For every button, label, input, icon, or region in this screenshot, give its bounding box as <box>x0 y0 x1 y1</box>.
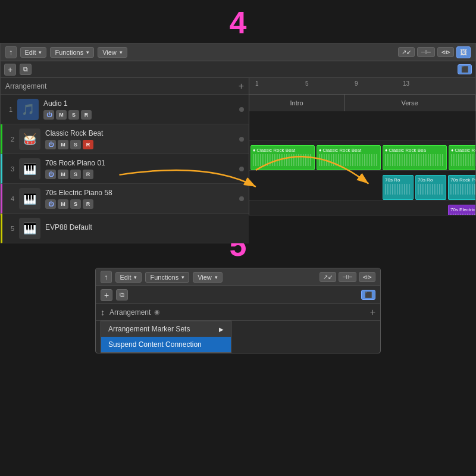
back-button[interactable]: ↑ <box>5 46 17 58</box>
track-dot-2 <box>239 137 244 142</box>
link-btn-5[interactable]: ↗↙ <box>320 272 336 282</box>
screen-btn-5[interactable]: ⬛ <box>361 290 375 300</box>
clip-2-4[interactable]: ♦ Classic Rock Beat <box>449 145 475 170</box>
functions-menu-4[interactable]: Functions ▾ <box>50 47 94 58</box>
view-chevron-5: ▾ <box>215 274 218 280</box>
arrangement-plus-4[interactable]: + <box>239 81 244 92</box>
clip-2-3[interactable]: ♦ Classic Rock Bea <box>383 145 447 170</box>
track-row-2: 2 🥁 Classic Rock Beat ⏻ M S R <box>1 124 249 154</box>
link-button[interactable]: ↗↙ <box>398 47 415 57</box>
edit-chevron: ▾ <box>39 49 42 55</box>
track-clips-2: ♦ Classic Rock Beat ♦ Classic Rock Beat … <box>249 141 475 171</box>
duplicate-button-5[interactable]: ⧉ <box>116 289 128 300</box>
marker-intro: Intro <box>249 95 345 111</box>
skip-button[interactable]: ⊣⊢ <box>417 47 435 57</box>
track-icon-5: 🎹 <box>19 218 40 239</box>
edit-menu[interactable]: Edit ▾ <box>20 47 47 58</box>
solo-btn-3[interactable]: S <box>70 170 81 179</box>
edit-label-5: Edit <box>120 274 131 281</box>
add-track-button-4[interactable]: + <box>4 64 16 76</box>
functions-label-4: Functions <box>55 49 83 56</box>
power-btn-4[interactable]: ⏻ <box>45 199 56 209</box>
track-row-3: 3 🎹 70s Rock Piano 01 ⏻ M S R <box>1 154 249 184</box>
toolbar-4: ↑ Edit ▾ Functions ▾ View ▾ ↗↙ ⊣⊢ ⊲⊳ 🖼 <box>1 43 475 61</box>
record-btn-4[interactable]: R <box>83 199 93 209</box>
track-dot-1 <box>239 107 244 112</box>
track-info-4: 70s Electric Piano 58 ⏻ M S R <box>45 189 234 209</box>
track-number-2: 2 <box>7 136 14 143</box>
track-number-1: 1 <box>5 106 12 113</box>
arrangement-circle-5: ◉ <box>154 308 160 316</box>
view-label-4: View <box>102 49 117 56</box>
track-name-5: EVP88 Default <box>45 223 244 231</box>
track-info-3: 70s Rock Piano 01 ⏻ M S R <box>45 159 234 179</box>
clip-3-3[interactable]: 70s Rock Piano <box>448 175 475 200</box>
verse-label: Verse <box>401 99 418 107</box>
track-info-5: EVP88 Default <box>45 223 244 234</box>
screen-btn-4[interactable]: ⬛ <box>458 64 472 74</box>
mute-btn-3[interactable]: M <box>58 170 68 179</box>
skip-btn-5[interactable]: ⊣⊢ <box>339 272 356 282</box>
dropdown-item-marker-sets[interactable]: Arrangement Marker Sets ▶ <box>101 321 231 337</box>
clip-3-2[interactable]: 70s Ro <box>415 175 446 200</box>
track-row-4: 4 🎹 70s Electric Piano 58 ⏻ M S R <box>1 184 249 214</box>
marker-sets-label: Arrangement Marker Sets <box>108 325 190 333</box>
clip-4-1[interactable]: 70s Electric Piano <box>448 205 475 215</box>
power-btn-3[interactable]: ⏻ <box>45 170 56 179</box>
view-menu-5[interactable]: View ▾ <box>193 272 223 283</box>
arrangement-plus-5[interactable]: + <box>370 307 375 318</box>
functions-menu-5[interactable]: Functions ▾ <box>145 272 189 283</box>
arrangement-row-5: ↕ Arrangement ◉ + <box>96 304 380 321</box>
tracks-right-4: 1 5 9 13 Intro Verse ♦ Classic Rock Beat <box>249 78 475 215</box>
intro-label: Intro <box>290 99 303 107</box>
solo-btn-1[interactable]: S <box>68 110 79 120</box>
track-dot-3 <box>239 167 244 171</box>
track-name-4: 70s Electric Piano 58 <box>45 189 234 197</box>
marker-verse: Verse <box>345 95 475 111</box>
track-icon-3: 🎹 <box>19 158 40 180</box>
mute-btn-1[interactable]: M <box>56 110 67 120</box>
clip-3-1[interactable]: 70s Ro <box>383 175 414 200</box>
record-btn-2[interactable]: R <box>83 140 93 149</box>
photo-button[interactable]: 🖼 <box>456 46 471 58</box>
power-btn-2[interactable]: ⏻ <box>45 140 56 149</box>
track-icon-1: 🎵 <box>17 99 39 120</box>
clip-2-1[interactable]: ♦ Classic Rock Beat <box>250 145 315 170</box>
ruler-mark-9: 9 <box>353 78 358 87</box>
power-btn-1[interactable]: ⏻ <box>43 110 54 120</box>
snap-button[interactable]: ⊲⊳ <box>437 47 454 57</box>
functions-chevron-4: ▾ <box>86 49 89 55</box>
track-icon-4: 🎹 <box>19 188 40 209</box>
dropdown-item-suspend[interactable]: Suspend Content Connection <box>101 337 231 352</box>
record-btn-1[interactable]: R <box>81 110 92 120</box>
functions-chevron-5: ▾ <box>181 274 184 280</box>
solo-btn-2[interactable]: S <box>70 140 81 149</box>
ruler-marks: 1 5 9 13 <box>249 78 475 94</box>
snap-btn-5[interactable]: ⊲⊳ <box>359 272 375 282</box>
mute-btn-4[interactable]: M <box>58 199 68 209</box>
track-name-2: Classic Rock Beat <box>45 129 234 137</box>
mute-btn-2[interactable]: M <box>58 140 68 149</box>
track-name-3: 70s Rock Piano 01 <box>45 159 234 167</box>
ruler-mark-1: 1 <box>254 78 259 87</box>
track-header-row-5: + ⧉ ⬛ <box>96 286 380 304</box>
duplicate-button-4[interactable]: ⧉ <box>20 64 32 75</box>
track-name-1: Audio 1 <box>43 99 234 108</box>
view-menu-4[interactable]: View ▾ <box>98 47 127 58</box>
add-track-button-5[interactable]: + <box>101 289 112 301</box>
clip-2-2[interactable]: ♦ Classic Rock Beat <box>317 145 381 170</box>
timeline-ruler-4: 1 5 9 13 <box>249 78 475 95</box>
arrangement-arrow-5: ↕ <box>101 308 105 317</box>
edit-menu-5[interactable]: Edit ▾ <box>115 272 142 283</box>
daw-section-5: ↑ Edit ▾ Functions ▾ View ▾ ↗↙ ⊣⊢ ⊲⊳ + ⧉… <box>95 268 381 353</box>
track-icon-2: 🥁 <box>19 129 40 150</box>
ruler-mark-13: 13 <box>402 78 409 87</box>
solo-btn-4[interactable]: S <box>70 199 81 209</box>
back-button-5[interactable]: ↑ <box>101 271 112 283</box>
view-label-5: View <box>198 274 212 281</box>
toolbar-5: ↑ Edit ▾ Functions ▾ View ▾ ↗↙ ⊣⊢ ⊲⊳ <box>96 268 380 286</box>
daw-section-4: ↑ Edit ▾ Functions ▾ View ▾ ↗↙ ⊣⊢ ⊲⊳ 🖼 +… <box>0 43 476 215</box>
record-btn-3[interactable]: R <box>83 170 93 179</box>
track-clips-4: 70s Electric Piano <box>249 201 475 215</box>
suspend-label: Suspend Content Connection <box>108 340 202 349</box>
